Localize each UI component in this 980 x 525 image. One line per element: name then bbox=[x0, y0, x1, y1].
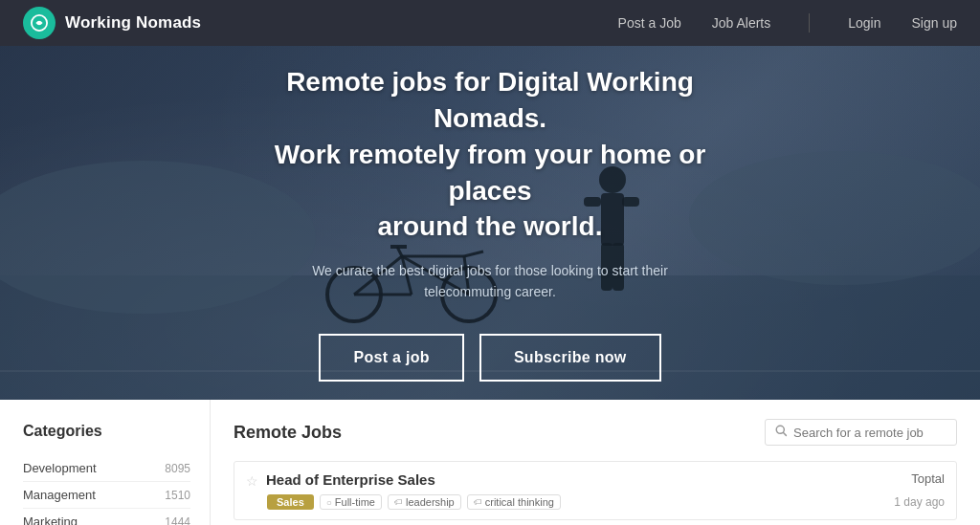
hero-title: Remote jobs for Digital Working Nomads. … bbox=[241, 64, 739, 245]
nav-post-job[interactable]: Post a Job bbox=[618, 15, 681, 31]
job-title[interactable]: Head of Enterprise Sales bbox=[266, 471, 435, 488]
category-name: Marketing bbox=[23, 514, 78, 525]
job-card-right: Toptal bbox=[911, 471, 945, 486]
search-icon bbox=[775, 425, 788, 440]
category-name: Management bbox=[23, 488, 96, 502]
navbar: Working Nomads Post a Job Job Alerts Log… bbox=[0, 0, 980, 46]
hero-subtitle: We curate the best digital jobs for thos… bbox=[241, 260, 739, 303]
tag-icon: 🏷 bbox=[394, 497, 403, 507]
main-content: Categories Development 8095 Management 1… bbox=[0, 400, 980, 525]
job-listings: Remote Jobs ☆ Head of Enterprise Sales bbox=[211, 400, 980, 525]
post-job-button[interactable]: Post a job bbox=[319, 334, 463, 382]
search-box[interactable] bbox=[765, 419, 957, 446]
tag-icon: 🏷 bbox=[474, 497, 482, 507]
nav-login[interactable]: Login bbox=[848, 15, 880, 31]
brand-logo-icon bbox=[23, 7, 56, 39]
job-card: ☆ Head of Enterprise Sales Toptal Sales … bbox=[234, 461, 957, 520]
category-item-development[interactable]: Development 8095 bbox=[23, 455, 190, 482]
job-category-tag[interactable]: Sales bbox=[267, 494, 314, 510]
sidebar-title: Categories bbox=[23, 423, 190, 440]
category-count: 8095 bbox=[165, 462, 190, 475]
clock-icon: ○ bbox=[326, 497, 332, 508]
category-list: Development 8095 Management 1510 Marketi… bbox=[23, 455, 190, 525]
hero-section: Remote jobs for Digital Working Nomads. … bbox=[0, 46, 980, 400]
star-icon[interactable]: ☆ bbox=[246, 473, 258, 489]
category-item-marketing[interactable]: Marketing 1444 bbox=[23, 509, 190, 525]
listings-title: Remote Jobs bbox=[234, 423, 342, 443]
brand: Working Nomads bbox=[23, 7, 618, 39]
nav-links: Post a Job Job Alerts Login Sign up bbox=[618, 13, 957, 33]
category-count: 1510 bbox=[165, 489, 190, 502]
job-date: 1 day ago bbox=[894, 495, 945, 509]
nav-divider bbox=[809, 13, 810, 33]
job-skill-tag-0[interactable]: 🏷 leadership bbox=[388, 494, 461, 510]
category-count: 1444 bbox=[165, 515, 190, 526]
job-card-left: ☆ Head of Enterprise Sales bbox=[246, 471, 435, 489]
svg-line-23 bbox=[784, 433, 787, 436]
job-type-tag: ○ Full-time bbox=[320, 494, 382, 510]
search-input[interactable] bbox=[793, 426, 947, 440]
job-company: Toptal bbox=[911, 471, 945, 486]
nav-job-alerts[interactable]: Job Alerts bbox=[712, 15, 770, 31]
job-card-top: ☆ Head of Enterprise Sales Toptal bbox=[246, 471, 945, 489]
category-name: Development bbox=[23, 461, 97, 475]
sidebar: Categories Development 8095 Management 1… bbox=[0, 400, 211, 525]
brand-name: Working Nomads bbox=[65, 13, 201, 33]
category-item-management[interactable]: Management 1510 bbox=[23, 482, 190, 509]
nav-signup[interactable]: Sign up bbox=[912, 15, 957, 31]
job-skill-tag-1[interactable]: 🏷 critical thinking bbox=[467, 494, 561, 510]
subscribe-button[interactable]: Subscribe now bbox=[479, 334, 661, 382]
hero-content: Remote jobs for Digital Working Nomads. … bbox=[241, 64, 739, 382]
job-card-bottom: Sales ○ Full-time 🏷 leadership 🏷 critica… bbox=[246, 494, 945, 510]
hero-buttons: Post a job Subscribe now bbox=[241, 334, 739, 382]
listings-header: Remote Jobs bbox=[234, 419, 957, 446]
